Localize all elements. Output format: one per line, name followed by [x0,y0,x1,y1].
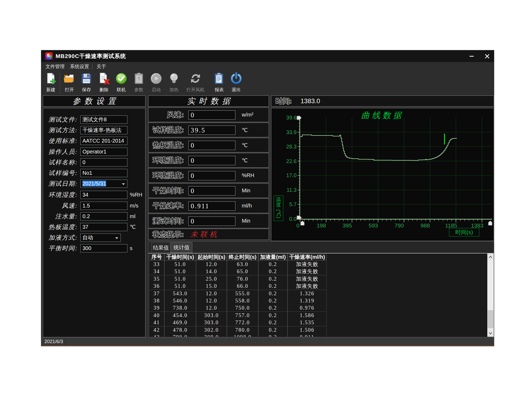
svg-text:1185: 1185 [445,222,457,228]
svg-text:5.7: 5.7 [289,201,297,207]
svg-text:39.6: 39.6 [286,115,297,120]
table-cell: 41 [149,319,164,326]
time-value: 1383.0 [301,96,320,106]
table-scrollbar[interactable] [487,253,494,337]
table-cell: 66.0 [227,282,258,290]
table-cell: 772.0 [227,319,258,326]
app-logo-icon [45,52,53,60]
realtime-value-box: 0 [188,110,235,120]
minimize-icon [469,56,474,57]
curve-chart: 曲线数据 温度(℃) 时间(s) 0.05.711.317.022.628.33… [271,108,494,241]
table-cell: 469.0 [164,319,196,326]
table-cell: 0.2 [258,326,288,334]
table-cell: 0.2 [258,319,288,326]
status-hint-row: 状态提示:未联机 [148,229,269,240]
table-cell: 0.2 [258,275,288,283]
realtime-value-box: 39.5 [188,126,235,135]
table-cell: 790.0 [164,334,196,337]
svg-text:33.9: 33.9 [286,129,297,135]
svg-text:17.0: 17.0 [286,172,297,178]
param-field-input[interactable]: No1 [80,169,127,177]
table-cell: 543.0 [164,290,196,297]
param-field-row: 试样名称:0 [43,158,145,167]
toolbar-button-heat: 加热 [163,72,185,93]
table-cell: 0.2 [258,268,288,275]
chart-plot-area: 0.05.711.317.022.628.333.939.60198395593… [271,108,494,241]
toolbar-button-label: 打开 [65,87,74,93]
window-title: MB290C干燥速率测试系统 [56,50,126,62]
param-field-row: 测试方法:干燥速率-热板法 [43,126,145,134]
scroll-up-button[interactable] [487,253,494,260]
realtime-row-label: 试样温度: [148,123,184,137]
param-field-unit: ℃ [130,223,136,231]
param-field-row: 平衡时间:300s [43,244,145,252]
param-field-input[interactable]: 1.5 [80,202,127,210]
menu-item-3[interactable]: 关于 [97,62,106,71]
minimize-button[interactable] [466,51,477,61]
dropdown-arrow-icon[interactable] [122,183,125,185]
table-cell: 780.0 [227,326,258,334]
menu-separator [92,64,92,69]
start-icon [150,72,162,85]
table-cell: 0.2 [258,282,288,290]
table-cell: 37 [149,290,164,297]
realtime-panel-title: 实时数据 [148,95,269,107]
param-field-row: 加液方式:自动 [43,234,145,242]
param-field-input[interactable]: 测试文件8 [80,115,127,124]
param-field-input[interactable]: AATCC 201-2014 [80,137,127,145]
y-axis-top-handle [297,116,301,120]
toolbar-button-new-file[interactable]: 新建 [41,72,61,93]
realtime-row-unit: ℃ [242,123,248,137]
table-cell: 738.0 [164,304,196,312]
param-field-input[interactable]: Operator1 [80,148,127,156]
tab-results[interactable]: 结果值 [151,242,171,253]
menu-item-1[interactable]: 文件管理 [45,62,65,71]
param-field-input[interactable]: 0 [80,158,127,167]
table-cell: 12.0 [196,297,227,305]
param-field-input[interactable]: 0.2 [80,212,127,221]
param-field-input[interactable]: 37 [80,223,127,231]
realtime-value-box: 0 [188,217,235,226]
param-field-unit: ml [130,212,135,221]
table-cell: 51.0 [164,282,196,290]
scroll-thumb[interactable] [488,310,493,328]
realtime-row-label: 干燥时间: [148,184,184,198]
results-table: 序号干燥时间(s)起始时间(s)终止时间(s)加液量(ml)干燥速率(ml/h)… [148,253,327,337]
status-date: 2021/6/3 [44,338,63,346]
param-field-label: 试样名称: [43,158,78,167]
tab-statistics[interactable]: 统计值 [171,242,192,253]
report-icon [213,72,225,85]
svg-text:0.0: 0.0 [289,216,297,222]
table-header-row: 序号干燥时间(s)起始时间(s)终止时间(s)加液量(ml)干燥速率(ml/h) [148,253,327,261]
realtime-row: 测试时间:0Min [148,214,269,228]
table-cell: 加液失败 [288,282,327,290]
param-field-label: 环境湿度: [43,191,78,199]
param-field-label: 操作人员: [43,148,78,156]
table-cell: 51.0 [164,275,196,283]
realtime-row-unit: Min [242,214,250,228]
param-field-label: 加液方式: [43,234,78,242]
param-field-date[interactable]: 2021/5/31 [80,180,127,188]
table-row: 42478.0302.0780.00.21.506 [148,326,327,334]
scroll-down-button[interactable] [487,330,494,337]
time-label: 时间: [276,96,292,106]
status-hint-value: 未联机 [190,229,219,240]
menu-bar: 文件管理系统设置关于 [41,62,494,71]
param-field-input[interactable]: 干燥速率-热板法 [80,126,127,134]
toolbar-button-label: 新建 [46,87,55,93]
svg-text:11.3: 11.3 [287,187,297,193]
realtime-row-label: 风速: [148,108,184,122]
param-field-select[interactable]: 自动 [80,234,121,242]
param-field-input[interactable]: 300 [80,244,127,252]
table-row: 3651.015.066.00.2加液失败 [148,282,327,290]
toolbar: 新建打开保存删除联机?参数启动加热打开风机报表退出 [41,71,494,96]
svg-text:790: 790 [394,222,404,228]
param-field-label: 热板温度: [43,223,78,231]
param-field-input[interactable]: 34 [80,191,127,199]
table-cell: 43 [149,334,164,337]
dropdown-arrow-icon[interactable] [115,237,118,239]
table-cell: 34 [149,268,164,275]
close-button[interactable] [481,51,493,61]
menu-item-2[interactable]: 系统设置 [70,62,89,71]
toolbar-button-exit[interactable]: 退出 [226,72,247,93]
